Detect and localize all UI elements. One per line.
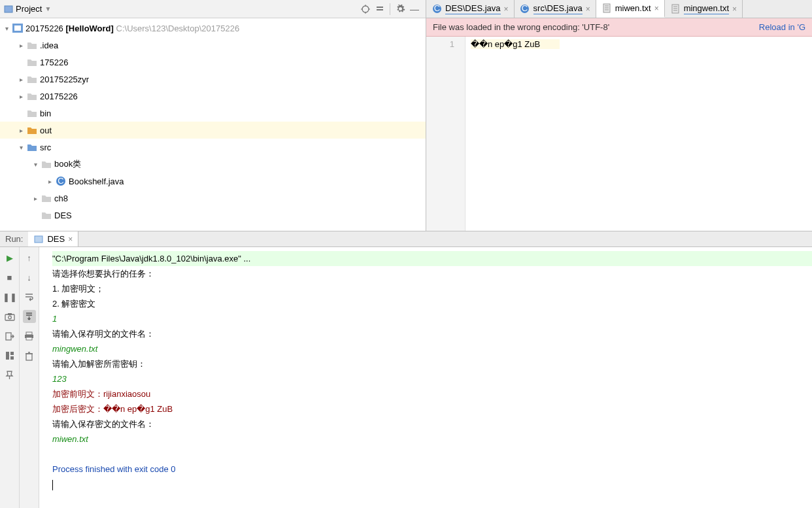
tree-item-label: 20175226 bbox=[40, 92, 78, 101]
layout-icon[interactable] bbox=[3, 349, 16, 362]
down-arrow-icon[interactable]: ↓ bbox=[23, 271, 36, 284]
console-line: mingwen.txt bbox=[52, 341, 812, 356]
svg-text:C: C bbox=[58, 176, 63, 186]
close-icon[interactable]: × bbox=[586, 5, 590, 14]
banner-message: File was loaded in the wrong encoding: '… bbox=[433, 22, 609, 32]
tree-item-book[interactable]: ▾book类 bbox=[0, 156, 426, 173]
tab-label: src\DES.java bbox=[533, 3, 583, 14]
trash-icon[interactable] bbox=[23, 349, 36, 362]
tree-arrow-icon[interactable]: ▸ bbox=[44, 178, 55, 185]
console-line: 2. 解密密文 bbox=[52, 296, 812, 311]
console-line: miwen.txt bbox=[52, 432, 812, 447]
tab-label: miwen.txt bbox=[615, 3, 651, 13]
tree-item-label: src bbox=[40, 143, 51, 152]
editor-tab[interactable]: miwen.txt× bbox=[596, 0, 665, 18]
text-editor[interactable]: 1 ��n ep�g1 ZuB bbox=[426, 37, 812, 231]
svg-text:C: C bbox=[522, 4, 528, 13]
tree-item-src[interactable]: ▾src bbox=[0, 139, 426, 156]
java-file-icon: C bbox=[520, 4, 530, 14]
tree-arrow-icon[interactable]: ▸ bbox=[30, 195, 41, 202]
close-icon[interactable]: × bbox=[654, 4, 659, 13]
tree-item-label: 175226 bbox=[40, 58, 68, 67]
tree-item-175226[interactable]: 175226 bbox=[0, 54, 426, 71]
run-tool-header: Run: DES × bbox=[0, 231, 812, 247]
console-line: 加密后密文：��n ep�g1 ZuB bbox=[52, 401, 812, 416]
tree-arrow-icon[interactable]: ▸ bbox=[16, 42, 26, 49]
console-output[interactable]: "C:\Program Files\Java\jdk1.8.0_102\bin\… bbox=[39, 247, 812, 508]
editor-tab[interactable]: CDES\DES.java× bbox=[426, 0, 515, 18]
print-icon[interactable] bbox=[23, 330, 36, 343]
java-file-icon: C bbox=[431, 4, 442, 14]
tree-root[interactable]: ▾ 20175226 [HelloWord] C:\Users\123\Desk… bbox=[0, 20, 426, 37]
svg-rect-28 bbox=[6, 333, 11, 340]
folder-icon bbox=[26, 124, 38, 136]
tree-item-ch8[interactable]: ▸ch8 bbox=[0, 190, 426, 207]
camera-icon[interactable] bbox=[3, 310, 16, 323]
module-icon bbox=[12, 22, 24, 34]
editor-tab[interactable]: Csrc\DES.java× bbox=[515, 0, 596, 18]
svg-point-1 bbox=[362, 6, 369, 12]
tree-arrow-icon[interactable]: ▸ bbox=[16, 93, 26, 100]
svg-rect-0 bbox=[5, 6, 12, 12]
tree-item-des[interactable]: DES bbox=[0, 207, 426, 224]
up-arrow-icon[interactable]: ↑ bbox=[23, 251, 36, 264]
text-file-icon bbox=[601, 3, 612, 14]
exit-icon[interactable] bbox=[3, 330, 16, 343]
svg-rect-25 bbox=[5, 314, 14, 320]
run-label: Run: bbox=[0, 231, 28, 246]
pause-icon[interactable]: ❚❚ bbox=[3, 290, 16, 303]
folder-icon bbox=[26, 73, 38, 85]
tree-arrow-icon[interactable]: ▾ bbox=[30, 161, 41, 168]
stop-icon[interactable]: ■ bbox=[3, 271, 16, 284]
editor-tab[interactable]: mingwen.txt× bbox=[665, 0, 743, 18]
tree-arrow-icon[interactable]: ▾ bbox=[16, 144, 26, 151]
reload-encoding-link[interactable]: Reload in 'G bbox=[759, 22, 805, 32]
chevron-down-icon[interactable]: ▾ bbox=[1, 25, 12, 32]
tab-label: DES\DES.java bbox=[445, 3, 501, 14]
tree-item-20175226[interactable]: ▸20175226 bbox=[0, 88, 426, 105]
tree-item-out[interactable]: ▸out bbox=[0, 122, 426, 139]
run-toolbar-left: ▶ ■ ❚❚ bbox=[0, 247, 20, 508]
text-file-icon bbox=[670, 4, 681, 14]
svg-rect-30 bbox=[10, 352, 14, 355]
folder-icon bbox=[26, 90, 38, 102]
run-config-icon bbox=[33, 234, 44, 245]
soft-wrap-icon[interactable] bbox=[23, 290, 36, 303]
gear-icon[interactable] bbox=[393, 2, 407, 16]
console-line: 123 bbox=[52, 371, 812, 386]
editor-tabs: CDES\DES.java×Csrc\DES.java×miwen.txt×mi… bbox=[426, 0, 812, 18]
close-icon[interactable]: × bbox=[504, 5, 509, 14]
project-view-label: Project bbox=[16, 4, 42, 14]
rerun-icon[interactable]: ▶ bbox=[3, 251, 16, 264]
console-line: 1 bbox=[52, 311, 812, 326]
folder-icon bbox=[26, 56, 38, 68]
svg-rect-24 bbox=[35, 236, 42, 243]
svg-text:C: C bbox=[433, 4, 439, 13]
tree-arrow-icon[interactable]: ▸ bbox=[16, 76, 26, 83]
close-icon[interactable]: × bbox=[732, 5, 737, 14]
folder-icon bbox=[26, 141, 38, 153]
svg-rect-35 bbox=[26, 354, 32, 360]
text-caret bbox=[52, 480, 53, 490]
project-view-selector[interactable]: Project ▼ bbox=[4, 4, 51, 14]
collapse-all-icon[interactable] bbox=[373, 2, 387, 16]
project-tree[interactable]: ▾ 20175226 [HelloWord] C:\Users\123\Desk… bbox=[0, 18, 426, 231]
folder-icon bbox=[26, 107, 38, 119]
tree-item-bookshelfjava[interactable]: ▸CBookshelf.java bbox=[0, 173, 426, 190]
console-line: 请输入保存密文的文件名： bbox=[52, 416, 812, 432]
console-line: "C:\Program Files\Java\jdk1.8.0_102\bin\… bbox=[52, 251, 812, 266]
tree-item-idea[interactable]: ▸.idea bbox=[0, 37, 426, 54]
tree-item-20175225zyr[interactable]: ▸20175225zyr bbox=[0, 71, 426, 88]
run-tab-label: DES bbox=[47, 234, 65, 244]
locate-icon[interactable] bbox=[358, 2, 373, 16]
hide-panel-icon[interactable]: — bbox=[407, 2, 422, 16]
tree-item-bin[interactable]: bin bbox=[0, 105, 426, 122]
tree-arrow-icon[interactable]: ▸ bbox=[16, 127, 26, 134]
pin-icon[interactable] bbox=[3, 369, 16, 382]
run-toolbar-right: ↑ ↓ bbox=[20, 247, 39, 508]
run-config-tab[interactable]: DES × bbox=[28, 231, 78, 246]
close-icon[interactable]: × bbox=[68, 235, 73, 244]
console-line: 请输入加解密所需密钥： bbox=[52, 356, 812, 371]
scroll-to-end-icon[interactable] bbox=[23, 310, 36, 323]
svg-rect-32 bbox=[26, 332, 32, 335]
